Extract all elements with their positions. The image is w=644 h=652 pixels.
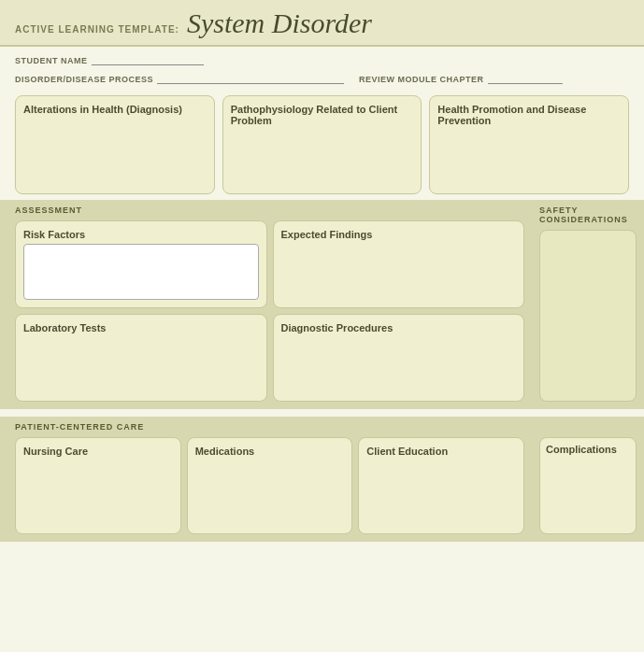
diagnostic-procedures-box: Diagnostic Procedures (273, 314, 525, 402)
health-promotion-content[interactable] (437, 130, 621, 186)
laboratory-tests-title: Laboratory Tests (23, 322, 259, 333)
pcc-area: PATIENT-CENTERED CARE Nursing Care Medic… (0, 417, 532, 542)
diagnostic-procedures-title: Diagnostic Procedures (281, 322, 517, 333)
assessment-label: ASSESSMENT (15, 206, 524, 215)
health-promotion-title: Health Promotion and Disease Prevention (437, 104, 621, 126)
assessment-grid: Risk Factors Expected Findings Laborator… (15, 220, 524, 402)
pcc-grid: Nursing Care Medications Client Educatio… (15, 437, 524, 534)
student-name-label: STUDENT NAME (15, 56, 88, 65)
medications-box: Medications (187, 437, 353, 534)
disorder-field: DISORDER/DISEASE PROCESS (15, 71, 344, 84)
review-input[interactable] (488, 71, 563, 84)
pcc-wrapper: PATIENT-CENTERED CARE Nursing Care Medic… (0, 417, 644, 542)
expected-findings-content[interactable] (281, 244, 517, 300)
student-info-row: STUDENT NAME (0, 47, 644, 69)
review-field: REVIEW MODULE CHAPTER (359, 71, 563, 84)
diagnostic-procedures-content[interactable] (281, 337, 517, 393)
laboratory-tests-box: Laboratory Tests (15, 314, 267, 402)
complications-area: PLACEHOLDER Complications (532, 417, 644, 542)
expected-findings-title: Expected Findings (281, 229, 517, 240)
review-label: REVIEW MODULE CHAPTER (359, 75, 484, 84)
complications-content[interactable] (546, 459, 630, 515)
risk-factors-input[interactable] (23, 244, 259, 300)
safety-label: SAFETY CONSIDERATIONS (539, 206, 637, 224)
disorder-label: DISORDER/DISEASE PROCESS (15, 75, 153, 84)
nursing-care-title: Nursing Care (23, 446, 173, 457)
disorder-info-row: DISORDER/DISEASE PROCESS REVIEW MODULE C… (0, 69, 644, 88)
complications-box: Complications (539, 437, 637, 534)
top-boxes: Alterations in Health (Diagnosis) Pathop… (0, 88, 644, 200)
assessment-area: ASSESSMENT Risk Factors Expected Finding… (0, 200, 532, 409)
risk-factors-title: Risk Factors (23, 229, 259, 240)
pathophysiology-box: Pathophysiology Related to Client Proble… (222, 95, 422, 194)
active-learning-label: ACTIVE LEARNING TEMPLATE: (15, 24, 179, 35)
student-name-field: STUDENT NAME (15, 52, 204, 65)
complications-title: Complications (546, 444, 630, 455)
assessment-safety-wrapper: ASSESSMENT Risk Factors Expected Finding… (0, 200, 644, 409)
pathophysiology-title: Pathophysiology Related to Client Proble… (231, 104, 414, 126)
medications-title: Medications (195, 446, 345, 457)
safety-content[interactable] (539, 230, 637, 402)
header: ACTIVE LEARNING TEMPLATE: System Disorde… (0, 0, 644, 47)
alterations-content[interactable] (23, 119, 207, 175)
alterations-title: Alterations in Health (Diagnosis) (23, 104, 207, 115)
section-gap (0, 409, 644, 417)
health-promotion-box: Health Promotion and Disease Prevention (429, 95, 629, 194)
client-education-content[interactable] (366, 461, 516, 526)
client-education-title: Client Education (366, 446, 516, 457)
nursing-care-box: Nursing Care (15, 437, 181, 534)
medications-content[interactable] (195, 461, 345, 526)
laboratory-tests-content[interactable] (23, 337, 259, 393)
pathophysiology-content[interactable] (231, 130, 414, 186)
disorder-input[interactable] (157, 71, 344, 84)
pcc-label: PATIENT-CENTERED CARE (15, 422, 524, 432)
nursing-care-content[interactable] (23, 461, 173, 526)
client-education-box: Client Education (358, 437, 524, 534)
alterations-box: Alterations in Health (Diagnosis) (15, 95, 215, 194)
student-name-input[interactable] (92, 52, 204, 65)
template-title: System Disorder (187, 7, 372, 39)
risk-factors-box: Risk Factors (15, 220, 267, 308)
safety-area: SAFETY CONSIDERATIONS (532, 200, 644, 409)
expected-findings-box: Expected Findings (273, 220, 525, 308)
